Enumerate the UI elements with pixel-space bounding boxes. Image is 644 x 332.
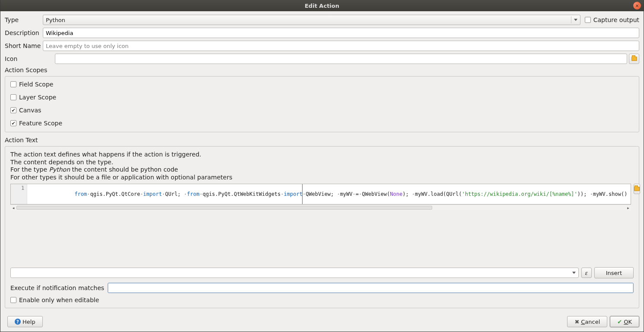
- description-label: Description: [5, 29, 43, 36]
- dialog-footer: ? Help ✖ Cancel ✔ OK: [0, 313, 644, 332]
- line-gutter: 1: [11, 184, 27, 204]
- cancel-icon: ✖: [574, 319, 579, 325]
- description-row: Description: [5, 28, 639, 38]
- margin-line: [302, 184, 303, 204]
- checkbox-box: [10, 297, 16, 303]
- ok-label: OK: [624, 319, 632, 325]
- code-content[interactable]: from·qgis.PyQt.QtCore·import·QUrl; ·from…: [27, 184, 631, 204]
- action-text-group: The action text defines what happens if …: [5, 146, 639, 308]
- scope-layer[interactable]: Layer Scope: [10, 94, 634, 101]
- icon-browse-button[interactable]: [629, 54, 639, 64]
- window-close-button[interactable]: ✕: [633, 2, 641, 10]
- exec-notification-input[interactable]: [108, 283, 634, 293]
- scope-field[interactable]: Field Scope: [10, 81, 634, 88]
- horizontal-scrollbar[interactable]: ◂ ▸: [10, 204, 631, 211]
- scroll-right-icon: ▸: [625, 205, 631, 211]
- epsilon-icon: ε: [585, 269, 588, 277]
- code-editor-wrap: 1 from·qgis.PyQt.QtCore·import·QUrl; ·fr…: [10, 184, 631, 211]
- expression-row: ε Insert: [10, 267, 634, 278]
- enable-editable-label: Enable only when editable: [19, 297, 99, 303]
- code-editor-row: 1 from·qgis.PyQt.QtCore·import·QUrl; ·fr…: [10, 184, 634, 264]
- capture-output-checkbox[interactable]: Capture output: [585, 16, 639, 23]
- expression-builder-button[interactable]: ε: [581, 268, 592, 278]
- folder-icon: [631, 57, 637, 61]
- enable-editable-checkbox[interactable]: Enable only when editable: [10, 297, 634, 303]
- code-editor[interactable]: 1 from·qgis.PyQt.QtCore·import·QUrl; ·fr…: [10, 184, 631, 204]
- window-title: Edit Action: [305, 3, 339, 9]
- scope-canvas[interactable]: ✔ Canvas: [10, 107, 634, 114]
- scopes-group: Field Scope Layer Scope ✔ Canvas ✔ Featu…: [5, 76, 639, 132]
- action-text-help: The action text defines what happens if …: [10, 151, 634, 181]
- scope-layer-label: Layer Scope: [19, 94, 56, 101]
- type-label: Type: [5, 16, 43, 23]
- expression-combo[interactable]: [10, 268, 579, 278]
- ok-button[interactable]: ✔ OK: [610, 316, 639, 327]
- help-icon: ?: [15, 319, 21, 325]
- type-row: Type Python Capture output: [5, 15, 639, 25]
- description-input[interactable]: [43, 28, 639, 38]
- chevron-down-icon: [572, 272, 576, 274]
- insert-label: Insert: [606, 270, 622, 276]
- checkbox-box: ✔: [10, 120, 16, 126]
- scope-field-label: Field Scope: [19, 81, 53, 88]
- type-select[interactable]: Python: [43, 15, 580, 25]
- scroll-left-icon: ◂: [10, 205, 16, 211]
- window-titlebar: Edit Action ✕: [0, 0, 644, 11]
- type-value: Python: [46, 17, 65, 23]
- checkbox-box: [10, 81, 16, 87]
- shortname-label: Short Name: [5, 42, 43, 49]
- icon-path-input[interactable]: [55, 54, 627, 64]
- shortname-input[interactable]: [43, 41, 639, 51]
- icon-label: Icon: [5, 55, 55, 62]
- scope-canvas-label: Canvas: [19, 107, 41, 114]
- folder-icon: [634, 187, 640, 191]
- capture-output-label: Capture output: [593, 16, 639, 23]
- scope-feature-label: Feature Scope: [19, 120, 62, 127]
- checkbox-box: [10, 94, 16, 100]
- scope-feature[interactable]: ✔ Feature Scope: [10, 120, 634, 127]
- cancel-label: Cancel: [581, 319, 600, 325]
- ok-icon: ✔: [617, 319, 622, 325]
- line-number: 1: [21, 185, 24, 191]
- scopes-group-label: Action Scopes: [5, 67, 639, 73]
- close-icon: ✕: [635, 3, 639, 8]
- action-text-group-label: Action Text: [5, 137, 639, 144]
- help-button[interactable]: ? Help: [7, 316, 43, 327]
- code-browse-button[interactable]: [634, 184, 640, 194]
- checkbox-box: ✔: [10, 107, 16, 113]
- scroll-thumb[interactable]: [16, 206, 432, 210]
- icon-row: Icon: [5, 54, 639, 64]
- shortname-row: Short Name: [5, 41, 639, 51]
- help-label: Help: [22, 319, 35, 325]
- chevron-down-icon: [574, 19, 577, 21]
- checkbox-box: [585, 17, 591, 23]
- dialog-body: Type Python Capture output Description S…: [0, 11, 644, 313]
- select-separator: [571, 16, 571, 23]
- exec-notification-label: Execute if notification matches: [10, 284, 104, 291]
- insert-button[interactable]: Insert: [594, 267, 634, 278]
- edit-action-window: Edit Action ✕ Type Python Capture output…: [0, 0, 644, 332]
- exec-notification-row: Execute if notification matches: [10, 283, 634, 293]
- cancel-button[interactable]: ✖ Cancel: [567, 316, 607, 327]
